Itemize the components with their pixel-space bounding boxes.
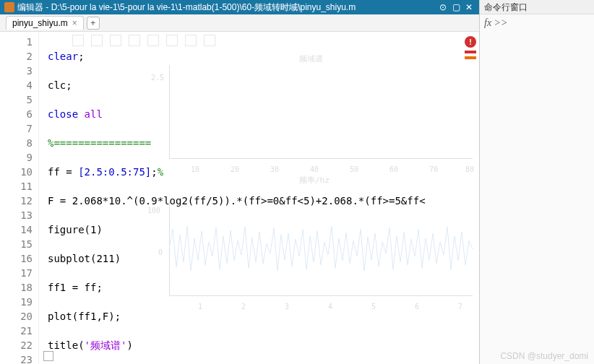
- code-editor[interactable]: 123456789101112131415161718192021222324 …: [0, 32, 479, 364]
- tab-add-button[interactable]: +: [87, 17, 100, 30]
- title-bar-text: 编辑器 - D:\5-pour la vie-1\5-pour la vie-1…: [17, 1, 437, 14]
- editor-title-bar: 编辑器 - D:\5-pour la vie-1\5-pour la vie-1…: [0, 0, 479, 14]
- error-badge-icon[interactable]: !: [465, 36, 476, 48]
- code-content[interactable]: clear; clc; close all %================ …: [39, 32, 479, 364]
- tab-close-icon[interactable]: ×: [72, 18, 77, 28]
- line-number-gutter: 123456789101112131415161718192021222324: [0, 32, 39, 364]
- error-bar[interactable]: [465, 51, 476, 53]
- close-icon[interactable]: ✕: [463, 1, 475, 13]
- command-prompt[interactable]: fx >>: [480, 14, 594, 32]
- warning-bar[interactable]: [465, 56, 476, 59]
- watermark: CSDN @studyer_domi: [500, 351, 588, 361]
- app-icon: [4, 2, 14, 12]
- editor-status-icon: [43, 351, 53, 361]
- command-window-header: 命令行窗口: [480, 0, 594, 14]
- maximize-icon[interactable]: ▢: [450, 1, 462, 13]
- tab-bar: pinyu_shiyu.m × +: [0, 14, 479, 32]
- error-indicator[interactable]: !: [465, 36, 476, 59]
- dropdown-icon[interactable]: ⊙: [437, 1, 449, 13]
- tab-label: pinyu_shiyu.m: [12, 18, 68, 28]
- tab-active[interactable]: pinyu_shiyu.m ×: [6, 16, 84, 30]
